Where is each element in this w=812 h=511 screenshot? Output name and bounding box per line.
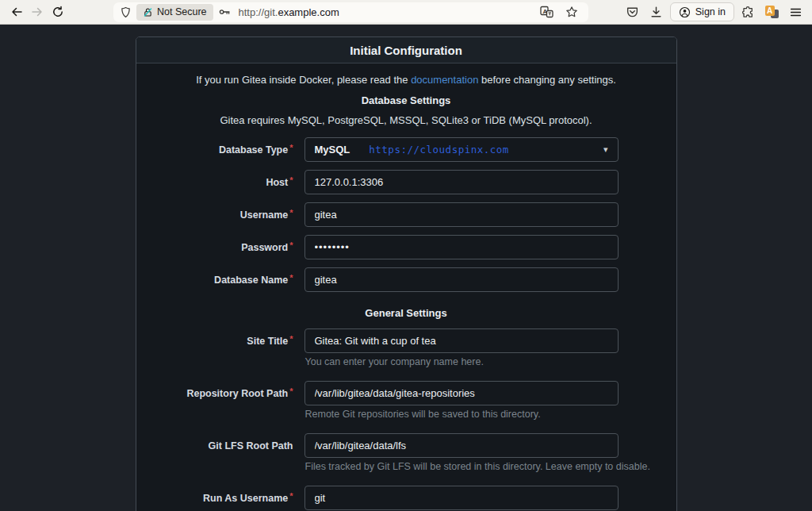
account-icon	[679, 6, 691, 18]
site-title-row: Site Title* You can enter your company n…	[136, 328, 676, 367]
translate-addon-icon: A	[765, 6, 779, 18]
repository-root-path-hint: Remote Git repositories will be saved to…	[305, 409, 676, 420]
git-lfs-root-path-hint: Files tracked by Git LFS will be stored …	[305, 461, 676, 472]
reload-icon	[52, 6, 64, 18]
addon-front-square: A	[765, 6, 775, 16]
username-input[interactable]	[304, 202, 619, 227]
repository-root-path-label: Repository Root Path*	[136, 388, 304, 399]
puzzle-icon	[741, 6, 755, 19]
password-row: Password*	[136, 235, 676, 259]
required-marker: *	[289, 273, 293, 282]
toolbar-right-cluster: Sign in A	[622, 2, 806, 22]
site-title-label: Site Title*	[136, 336, 304, 347]
configuration-form: Database Type* MySQL https://cloudspinx.…	[136, 137, 676, 511]
docker-notice: If you run Gitea inside Docker, please r…	[136, 74, 676, 86]
broken-lock-icon	[143, 7, 153, 17]
downloads-button[interactable]	[646, 2, 667, 22]
host-input[interactable]	[304, 170, 619, 194]
forward-arrow-icon	[31, 6, 44, 18]
panel-header: Initial Configuration	[136, 37, 676, 63]
git-lfs-root-path-label: Git LFS Root Path	[136, 440, 304, 451]
pocket-icon	[626, 6, 639, 19]
database-name-input[interactable]	[304, 267, 619, 292]
required-marker: *	[289, 240, 293, 250]
database-settings-heading: Database Settings	[136, 94, 676, 106]
documentation-link[interactable]: documentation	[411, 74, 478, 86]
translate-addon-button[interactable]: A	[761, 2, 782, 22]
username-label: Username*	[136, 209, 304, 221]
star-icon	[565, 6, 578, 18]
run-as-username-label: Run As Username*	[136, 493, 304, 504]
run-as-username-input[interactable]	[304, 486, 619, 510]
git-lfs-root-path-row: Git LFS Root Path Files tracked by Git L…	[136, 433, 676, 472]
git-lfs-root-path-input[interactable]	[304, 433, 619, 458]
reload-button[interactable]	[48, 2, 68, 22]
translate-icon: A	[540, 6, 553, 18]
url-text: http://git.example.com	[239, 6, 339, 18]
repository-root-path-row: Repository Root Path* Remote Git reposit…	[136, 381, 676, 420]
database-name-label: Database Name*	[136, 275, 304, 286]
database-type-value: MySQL	[315, 144, 350, 156]
sign-in-button[interactable]: Sign in	[670, 2, 734, 21]
database-type-select[interactable]: MySQL https://cloudspinx.com ▾	[304, 137, 619, 162]
docker-notice-after: before changing any settings.	[478, 74, 615, 86]
required-marker: *	[289, 334, 293, 344]
hamburger-icon	[789, 6, 802, 19]
initial-configuration-panel: Initial Configuration If you run Gitea i…	[136, 36, 677, 511]
required-marker: *	[289, 491, 293, 501]
extensions-button[interactable]	[737, 2, 758, 22]
url-domain: example.com	[278, 6, 339, 18]
required-marker: *	[289, 208, 293, 217]
translate-page-button[interactable]: A	[536, 2, 557, 22]
docker-notice-before: If you run Gitea inside Docker, please r…	[196, 74, 411, 86]
page-content: Initial Configuration If you run Gitea i…	[0, 25, 812, 511]
security-badge-label: Not Secure	[157, 6, 207, 17]
back-button[interactable]	[6, 2, 27, 22]
forward-button[interactable]	[27, 2, 48, 22]
general-settings-heading: General Settings	[136, 307, 676, 319]
page-title: Initial Configuration	[350, 44, 462, 57]
address-bar[interactable]: Not Secure http://git.example.com A	[113, 2, 588, 22]
database-settings-description: Gitea requires MySQL, PostgreSQL, MSSQL,…	[136, 114, 676, 127]
browser-toolbar: Not Secure http://git.example.com A	[0, 0, 812, 25]
site-title-hint: You can enter your company name here.	[305, 356, 676, 367]
watermark-text: https://cloudspinx.com	[369, 144, 509, 156]
repository-root-path-input[interactable]	[304, 381, 619, 405]
database-type-label: Database Type*	[136, 144, 304, 156]
bookmark-star-button[interactable]	[561, 2, 582, 22]
run-as-username-row: Run As Username* The operating system us…	[136, 486, 676, 511]
database-name-row: Database Name*	[136, 267, 676, 292]
password-input[interactable]	[304, 235, 619, 259]
back-arrow-icon	[10, 6, 23, 18]
security-badge[interactable]: Not Secure	[136, 4, 213, 21]
username-row: Username*	[136, 202, 676, 227]
download-icon	[649, 6, 663, 19]
host-row: Host*	[136, 170, 676, 194]
required-marker: *	[289, 175, 293, 185]
sign-in-label: Sign in	[695, 6, 726, 17]
panel-body: If you run Gitea inside Docker, please r…	[136, 63, 676, 511]
pocket-button[interactable]	[622, 2, 643, 22]
password-label: Password*	[136, 242, 304, 253]
required-marker: *	[289, 143, 293, 152]
required-marker: *	[289, 386, 293, 396]
shield-icon[interactable]	[120, 6, 132, 18]
site-title-input[interactable]	[304, 328, 619, 353]
chevron-down-icon: ▾	[603, 144, 608, 155]
key-icon[interactable]	[218, 6, 231, 18]
menu-button[interactable]	[785, 2, 806, 22]
database-type-row: Database Type* MySQL https://cloudspinx.…	[136, 137, 676, 162]
host-label: Host*	[136, 177, 304, 188]
url-prefix: http://git.	[239, 6, 278, 18]
